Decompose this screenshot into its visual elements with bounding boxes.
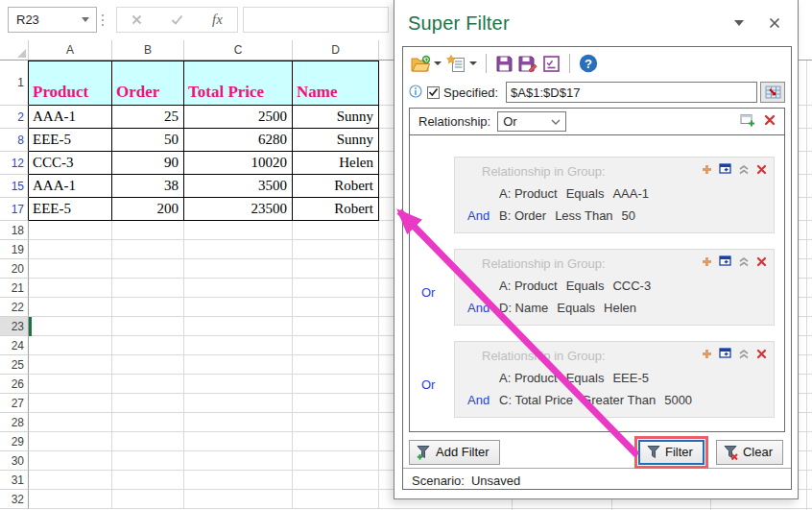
cell[interactable]	[29, 240, 112, 259]
add-filter-button[interactable]: Add Filter	[409, 440, 500, 465]
cell[interactable]	[293, 451, 379, 471]
cell[interactable]	[293, 221, 379, 240]
cell[interactable]	[29, 394, 112, 413]
cell[interactable]	[29, 432, 112, 451]
delete-group-icon[interactable]	[756, 255, 767, 270]
cell[interactable]: 2500	[184, 106, 293, 129]
cell-c1[interactable]: Total Price	[184, 61, 293, 106]
cell[interactable]: 50	[112, 129, 184, 152]
cell[interactable]	[293, 375, 379, 394]
dropdown-caret-icon[interactable]	[434, 61, 442, 65]
delete-all-icon[interactable]	[764, 114, 776, 129]
filter-condition[interactable]: AndC: Total PriceGreater Than5000	[467, 393, 692, 407]
cell[interactable]: EEE-5	[29, 129, 112, 152]
cell[interactable]	[184, 471, 293, 490]
cell[interactable]	[293, 336, 379, 355]
cell[interactable]	[184, 355, 293, 375]
help-icon[interactable]: ?	[579, 54, 598, 73]
cell[interactable]	[184, 375, 293, 394]
cell[interactable]	[293, 279, 379, 298]
add-condition-icon[interactable]	[702, 163, 712, 178]
enter-icon[interactable]	[171, 12, 183, 29]
row-header[interactable]: 32	[0, 490, 29, 509]
cell-d1[interactable]: Name	[293, 61, 379, 106]
cell[interactable]	[112, 259, 184, 279]
clear-button[interactable]: Clear	[716, 440, 783, 465]
cell[interactable]: 200	[112, 198, 184, 221]
cell[interactable]	[184, 451, 293, 471]
move-group-icon[interactable]	[719, 348, 731, 362]
collapse-group-icon[interactable]	[738, 255, 750, 270]
column-header-b[interactable]: B	[112, 40, 184, 60]
name-box-dropdown-icon[interactable]	[82, 17, 89, 22]
cell[interactable]: 90	[112, 152, 184, 175]
row-header[interactable]: 21	[0, 279, 29, 298]
cell[interactable]	[293, 259, 379, 279]
save-as-scenario-icon[interactable]	[518, 55, 537, 73]
insert-function-icon[interactable]: fx	[212, 12, 223, 28]
row-header[interactable]: 26	[0, 375, 29, 394]
cell[interactable]	[29, 375, 112, 394]
column-header-d[interactable]: D	[293, 40, 379, 60]
cell[interactable]: CCC-3	[29, 152, 112, 175]
group-connector[interactable]: Or	[421, 368, 454, 392]
row-header[interactable]: 8	[0, 129, 29, 152]
column-header-a[interactable]: A	[29, 40, 112, 60]
cell[interactable]	[29, 490, 112, 509]
cell[interactable]	[293, 355, 379, 375]
cell[interactable]	[184, 432, 293, 451]
row-header-selected[interactable]: 23	[0, 317, 29, 336]
cell[interactable]	[293, 317, 379, 336]
row-header[interactable]: 24	[0, 336, 29, 355]
row-header[interactable]: 28	[0, 413, 29, 432]
cell[interactable]: 38	[112, 175, 184, 198]
group-connector[interactable]	[421, 190, 454, 200]
name-box[interactable]: R23	[8, 7, 97, 33]
row-header[interactable]: 15	[0, 175, 29, 198]
cell[interactable]	[293, 471, 379, 490]
cell-a1[interactable]: Product	[29, 61, 112, 106]
relationship-select[interactable]: Or	[497, 111, 566, 132]
dropdown-caret-icon[interactable]	[469, 61, 477, 65]
cell[interactable]	[184, 298, 293, 317]
cell[interactable]: Helen	[293, 152, 379, 175]
cell[interactable]	[184, 259, 293, 279]
column-header-c[interactable]: C	[184, 40, 293, 60]
cell[interactable]: 25	[112, 106, 184, 129]
cell[interactable]: Robert	[293, 175, 379, 198]
row-header[interactable]: 12	[0, 152, 29, 175]
cell[interactable]	[112, 490, 184, 509]
cell[interactable]	[112, 355, 184, 375]
cell[interactable]	[184, 490, 293, 509]
move-group-icon[interactable]	[719, 255, 731, 270]
cell[interactable]	[112, 279, 184, 298]
row-header[interactable]: 30	[0, 451, 29, 471]
cell[interactable]	[112, 375, 184, 394]
row-header[interactable]: 18	[0, 221, 29, 240]
specified-checkbox[interactable]	[427, 86, 440, 99]
filter-condition[interactable]: A: ProductEqualsEEE-5	[467, 371, 649, 385]
cell[interactable]	[112, 432, 184, 451]
cell[interactable]	[29, 317, 112, 336]
cell[interactable]	[184, 336, 293, 355]
group-connector[interactable]: Or	[421, 276, 454, 300]
new-scenario-icon[interactable]	[446, 55, 477, 73]
cell[interactable]	[184, 394, 293, 413]
cell[interactable]	[29, 221, 112, 240]
cell[interactable]	[293, 298, 379, 317]
cell[interactable]	[112, 317, 184, 336]
cell[interactable]	[112, 471, 184, 490]
cell[interactable]	[29, 413, 112, 432]
cancel-icon[interactable]	[131, 12, 142, 29]
delete-group-icon[interactable]	[756, 163, 767, 178]
filter-button[interactable]: Filter	[638, 440, 705, 465]
cell[interactable]: Sunny	[293, 129, 379, 152]
range-input[interactable]	[506, 82, 757, 103]
row-header[interactable]: 25	[0, 355, 29, 375]
cell[interactable]	[29, 336, 112, 355]
cell[interactable]	[184, 317, 293, 336]
cell[interactable]	[112, 298, 184, 317]
cell[interactable]	[112, 394, 184, 413]
cell[interactable]	[293, 432, 379, 451]
row-header[interactable]: 1	[0, 61, 29, 106]
